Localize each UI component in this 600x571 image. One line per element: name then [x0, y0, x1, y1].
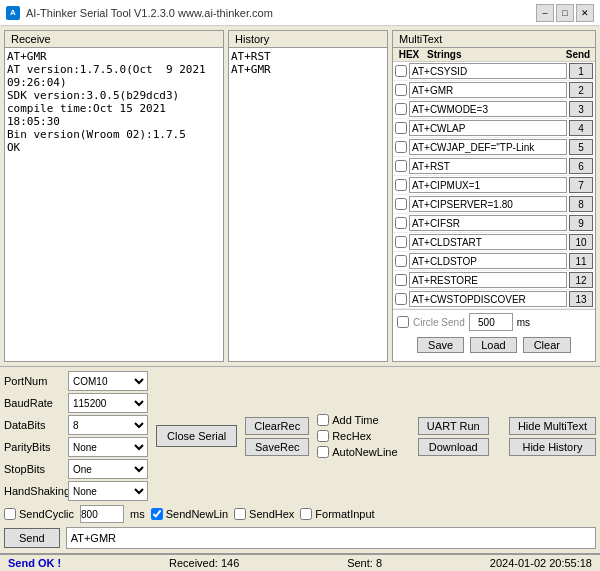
multitext-row-input-9[interactable] — [409, 215, 567, 231]
bottom-controls: PortNum COM10 BaudRate 115200 DataBits 8… — [0, 366, 600, 553]
multitext-row-input-8[interactable] — [409, 196, 567, 212]
multitext-row-1: 1 — [393, 62, 595, 81]
stopbits-label: StopBits — [4, 463, 64, 475]
send-cyclic-ms-label: ms — [130, 508, 145, 520]
multitext-row-input-5[interactable] — [409, 139, 567, 155]
multitext-row-checkbox-3[interactable] — [395, 103, 407, 115]
load-button[interactable]: Load — [470, 337, 516, 353]
baudrate-select[interactable]: 115200 — [68, 393, 148, 413]
multitext-send-btn-5[interactable]: 5 — [569, 139, 593, 155]
history-panel-content: AT+RST AT+GMR — [229, 48, 387, 361]
multitext-send-btn-6[interactable]: 6 — [569, 158, 593, 174]
multitext-row-10: 10 — [393, 233, 595, 252]
hide-multitext-button[interactable]: Hide MultiText — [509, 417, 596, 435]
handshaking-label: HandShaking — [4, 485, 64, 497]
multitext-send-btn-12[interactable]: 12 — [569, 272, 593, 288]
history-textarea[interactable]: AT+RST AT+GMR — [231, 50, 385, 359]
close-serial-button[interactable]: Close Serial — [156, 425, 237, 447]
multitext-row-input-1[interactable] — [409, 63, 567, 79]
multitext-send-btn-9[interactable]: 9 — [569, 215, 593, 231]
circle-send-checkbox[interactable] — [397, 316, 409, 328]
multitext-row-input-13[interactable] — [409, 291, 567, 307]
multitext-send-btn-11[interactable]: 11 — [569, 253, 593, 269]
rec-hex-checkbox[interactable] — [317, 430, 329, 442]
multitext-row-input-6[interactable] — [409, 158, 567, 174]
close-button[interactable]: ✕ — [576, 4, 594, 22]
send-cyclic-row: SendCyclic — [4, 508, 74, 520]
multitext-send-btn-7[interactable]: 7 — [569, 177, 593, 193]
multitext-row-input-2[interactable] — [409, 82, 567, 98]
multitext-row-input-11[interactable] — [409, 253, 567, 269]
multitext-row-checkbox-10[interactable] — [395, 236, 407, 248]
clear-button[interactable]: Clear — [523, 337, 571, 353]
send-cyclic-ms-input[interactable] — [80, 505, 124, 523]
receive-textarea[interactable]: AT+GMR AT version:1.7.5.0(Oct 9 2021 09:… — [7, 50, 221, 359]
hide-history-button[interactable]: Hide History — [509, 438, 596, 456]
multitext-row-checkbox-4[interactable] — [395, 122, 407, 134]
save-load-row: Save Load Clear — [393, 334, 595, 356]
multitext-row-input-4[interactable] — [409, 120, 567, 136]
multitext-row-checkbox-5[interactable] — [395, 141, 407, 153]
rec-hex-row: RecHex — [317, 430, 397, 442]
multitext-row-checkbox-1[interactable] — [395, 65, 407, 77]
auto-newline-checkbox[interactable] — [317, 446, 329, 458]
auto-newline-row: AutoNewLine — [317, 446, 397, 458]
controls-row3: Send — [4, 527, 596, 549]
multitext-row-checkbox-13[interactable] — [395, 293, 407, 305]
multitext-send-btn-3[interactable]: 3 — [569, 101, 593, 117]
multitext-send-btn-13[interactable]: 13 — [569, 291, 593, 307]
portnum-select[interactable]: COM10 — [68, 371, 148, 391]
rec-buttons: ClearRec SaveRec — [245, 417, 309, 456]
clear-rec-button[interactable]: ClearRec — [245, 417, 309, 435]
multitext-row-checkbox-6[interactable] — [395, 160, 407, 172]
send-cyclic-checkbox[interactable] — [4, 508, 16, 520]
minimize-button[interactable]: – — [536, 4, 554, 22]
multitext-row-checkbox-7[interactable] — [395, 179, 407, 191]
circle-send-value[interactable] — [469, 313, 513, 331]
multitext-send-btn-4[interactable]: 4 — [569, 120, 593, 136]
send-hex-checkbox[interactable] — [234, 508, 246, 520]
multitext-content: HEX Strings Send 12345678910111213 Circl… — [393, 48, 595, 361]
multitext-send-btn-1[interactable]: 1 — [569, 63, 593, 79]
time-status: 2024-01-02 20:55:18 — [490, 557, 592, 569]
multitext-row-13: 13 — [393, 290, 595, 309]
send-input[interactable] — [66, 527, 596, 549]
multitext-row-checkbox-9[interactable] — [395, 217, 407, 229]
multitext-row-input-10[interactable] — [409, 234, 567, 250]
paritybits-label: ParityBits — [4, 441, 64, 453]
window-controls: – □ ✕ — [536, 4, 594, 22]
multitext-row-7: 7 — [393, 176, 595, 195]
multitext-send-btn-8[interactable]: 8 — [569, 196, 593, 212]
stopbits-select[interactable]: One — [68, 459, 148, 479]
multitext-row-4: 4 — [393, 119, 595, 138]
multitext-row-input-12[interactable] — [409, 272, 567, 288]
handshaking-select[interactable]: None — [68, 481, 148, 501]
multitext-row-checkbox-12[interactable] — [395, 274, 407, 286]
multitext-row-input-3[interactable] — [409, 101, 567, 117]
format-input-checkbox[interactable] — [300, 508, 312, 520]
send-button[interactable]: Send — [4, 528, 60, 548]
multitext-row-checkbox-2[interactable] — [395, 84, 407, 96]
add-time-checkbox[interactable] — [317, 414, 329, 426]
multitext-panel-header: MultiText — [393, 31, 595, 48]
paritybits-select[interactable]: None — [68, 437, 148, 457]
save-rec-button[interactable]: SaveRec — [245, 438, 309, 456]
send-newline-checkbox[interactable] — [151, 508, 163, 520]
multitext-panel: MultiText HEX Strings Send 1234567891011… — [392, 30, 596, 362]
multitext-row-input-7[interactable] — [409, 177, 567, 193]
databits-select[interactable]: 8 — [68, 415, 148, 435]
download-button[interactable]: Download — [418, 438, 489, 456]
circle-send-label: Circle Send — [413, 317, 465, 328]
multitext-send-btn-10[interactable]: 10 — [569, 234, 593, 250]
multitext-row-5: 5 — [393, 138, 595, 157]
circle-send-row: Circle Send ms — [393, 309, 595, 334]
multitext-row-checkbox-8[interactable] — [395, 198, 407, 210]
multitext-row-8: 8 — [393, 195, 595, 214]
save-button[interactable]: Save — [417, 337, 464, 353]
multitext-send-btn-2[interactable]: 2 — [569, 82, 593, 98]
maximize-button[interactable]: □ — [556, 4, 574, 22]
multitext-row-checkbox-11[interactable] — [395, 255, 407, 267]
sent-status: Sent: 8 — [347, 557, 382, 569]
auto-newline-label: AutoNewLine — [332, 446, 397, 458]
uart-run-button[interactable]: UART Run — [418, 417, 489, 435]
